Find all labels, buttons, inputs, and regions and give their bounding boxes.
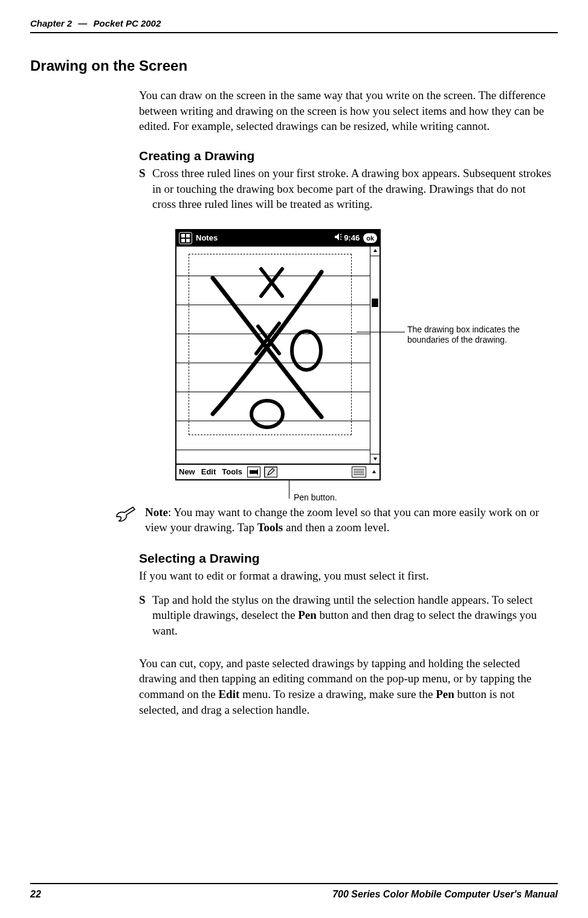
start-icon[interactable]	[179, 232, 192, 244]
header-product: Pocket PC 2002	[94, 18, 161, 28]
ok-button[interactable]: ok	[363, 233, 377, 243]
selecting-bullet: Tap and hold the stylus on the drawing u…	[139, 592, 552, 639]
header-separator: —	[78, 18, 87, 28]
footer-rule	[30, 883, 558, 884]
header-rule	[30, 32, 558, 33]
page-number: 22	[30, 889, 41, 900]
scroll-up-icon[interactable]	[370, 247, 380, 256]
menu-tools[interactable]: Tools	[221, 467, 244, 476]
scroll-thumb[interactable]	[372, 299, 378, 307]
svg-point-6	[251, 401, 283, 427]
note-tools-word: Tools	[257, 521, 283, 534]
pen-callout-leader	[289, 480, 289, 499]
svg-marker-11	[372, 470, 376, 473]
svg-marker-10	[256, 469, 258, 475]
intro-paragraph: You can draw on the screen in the same w…	[139, 88, 552, 134]
menu-new[interactable]: New	[178, 467, 196, 476]
callout-pen-button: Pen button.	[294, 493, 337, 502]
vertical-scrollbar[interactable]	[370, 247, 380, 464]
svg-marker-8	[373, 457, 377, 461]
svg-rect-3	[186, 239, 190, 242]
recording-icon[interactable]	[247, 467, 260, 477]
svg-rect-2	[181, 239, 185, 242]
sip-chevron-up-icon[interactable]	[370, 467, 378, 477]
selecting-para2: You can cut, copy, and paste selected dr…	[139, 656, 552, 718]
keyboard-sip-icon[interactable]	[352, 467, 366, 477]
svg-marker-7	[373, 249, 377, 252]
edit-word: Edit	[218, 688, 239, 700]
pen-word: Pen	[298, 609, 317, 621]
running-header: Chapter 2 — Pocket PC 2002	[30, 18, 558, 28]
selecting-p2-2: menu. To resize a drawing, make sure the	[239, 688, 436, 700]
device-frame: Notes 9:46 ok	[175, 229, 381, 480]
section-title: Drawing on the Screen	[30, 57, 558, 74]
drawing-strokes	[189, 254, 352, 435]
command-bar: New Edit Tools	[176, 464, 380, 479]
page-footer: 22 700 Series Color Mobile Computer User…	[30, 883, 558, 900]
selecting-intro: If you want to edit or format a drawing,…	[139, 568, 552, 584]
window-titlebar: Notes 9:46 ok	[176, 230, 380, 246]
manual-title: 700 Series Color Mobile Computer User's …	[332, 889, 558, 900]
header-chapter: Chapter 2	[30, 18, 72, 28]
scroll-down-icon[interactable]	[370, 454, 380, 464]
menu-edit[interactable]: Edit	[200, 467, 218, 476]
note-text: Note: You may want to change the zoom le…	[145, 505, 552, 535]
svg-point-5	[292, 331, 321, 370]
screenshot-figure: Notes 9:46 ok	[175, 229, 550, 480]
svg-rect-1	[186, 234, 190, 238]
note-body-2: and then a zoom level.	[283, 521, 389, 534]
app-title: Notes	[196, 233, 218, 242]
pen-word-2: Pen	[436, 688, 454, 700]
creating-bullet: Cross three ruled lines on your first st…	[139, 166, 552, 212]
clock-time[interactable]: 9:46	[344, 233, 360, 242]
notes-canvas[interactable]	[176, 246, 380, 464]
scroll-track[interactable]	[370, 256, 380, 454]
callout-drawing-box: The drawing box indicates the boundaries…	[407, 325, 540, 346]
callout-leader-line	[357, 332, 405, 332]
svg-marker-4	[335, 233, 339, 241]
svg-rect-9	[250, 470, 256, 474]
pen-button-icon[interactable]	[264, 467, 277, 477]
note-block: Note: You may want to change the zoom le…	[115, 505, 552, 535]
svg-rect-0	[181, 234, 185, 238]
note-icon	[115, 505, 137, 535]
speaker-icon[interactable]	[334, 233, 343, 243]
creating-title: Creating a Drawing	[139, 149, 552, 163]
note-label: Note	[145, 506, 168, 519]
selecting-title: Selecting a Drawing	[139, 551, 552, 566]
